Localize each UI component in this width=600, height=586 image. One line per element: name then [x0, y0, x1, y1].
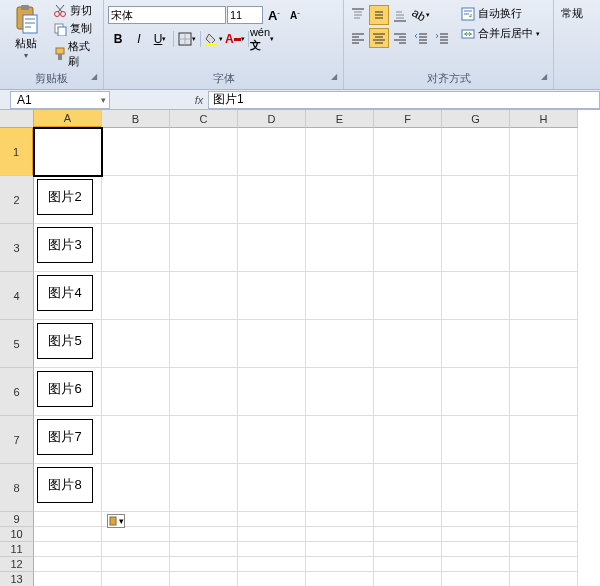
paste-button[interactable]: 粘贴 ▾: [4, 2, 48, 62]
format-painter-button[interactable]: 格式刷: [50, 38, 99, 70]
cell[interactable]: [102, 176, 170, 224]
text-box-shape[interactable]: 图片5: [37, 323, 93, 359]
cell[interactable]: [442, 527, 510, 542]
text-box-shape[interactable]: 图片8: [37, 467, 93, 503]
cell[interactable]: [34, 542, 102, 557]
cell[interactable]: [170, 527, 238, 542]
cell[interactable]: [510, 224, 578, 272]
cell[interactable]: [102, 557, 170, 572]
cell[interactable]: [170, 557, 238, 572]
wrap-text-button[interactable]: 自动换行: [458, 5, 543, 22]
dialog-launcher-icon[interactable]: ◢: [331, 72, 337, 81]
cell[interactable]: [442, 128, 510, 176]
text-box-shape[interactable]: 图片7: [37, 419, 93, 455]
cell[interactable]: [374, 557, 442, 572]
column-header[interactable]: H: [510, 110, 578, 128]
orientation-button[interactable]: ab▾: [411, 5, 431, 25]
cell[interactable]: [102, 464, 170, 512]
cell[interactable]: [34, 557, 102, 572]
cell[interactable]: [442, 272, 510, 320]
row-header[interactable]: 4: [0, 272, 34, 320]
increase-font-button[interactable]: Aˆ: [264, 5, 284, 25]
cell[interactable]: [442, 224, 510, 272]
cell[interactable]: [306, 224, 374, 272]
cell[interactable]: [442, 542, 510, 557]
cell[interactable]: [170, 224, 238, 272]
cell[interactable]: [510, 176, 578, 224]
paste-options-button[interactable]: ▾: [107, 514, 125, 528]
cell[interactable]: [510, 272, 578, 320]
cell[interactable]: [306, 272, 374, 320]
border-button[interactable]: ▾: [177, 29, 197, 49]
cell[interactable]: [102, 527, 170, 542]
row-header[interactable]: 6: [0, 368, 34, 416]
cell[interactable]: [170, 542, 238, 557]
phonetic-button[interactable]: wén文▾: [252, 29, 272, 49]
cell[interactable]: [374, 176, 442, 224]
text-box-shape[interactable]: 图片3: [37, 227, 93, 263]
cell[interactable]: [510, 512, 578, 527]
cell[interactable]: [442, 557, 510, 572]
cell[interactable]: [238, 272, 306, 320]
cell[interactable]: [306, 416, 374, 464]
cell[interactable]: [510, 368, 578, 416]
column-header[interactable]: G: [442, 110, 510, 128]
cell[interactable]: [238, 512, 306, 527]
cell[interactable]: [510, 320, 578, 368]
row-header[interactable]: 2: [0, 176, 34, 224]
cell[interactable]: [34, 128, 102, 176]
cell[interactable]: [102, 320, 170, 368]
cell[interactable]: [170, 464, 238, 512]
cell[interactable]: [306, 176, 374, 224]
cell[interactable]: [102, 272, 170, 320]
cell[interactable]: [238, 176, 306, 224]
cell[interactable]: [170, 512, 238, 527]
cell[interactable]: [34, 512, 102, 527]
row-header[interactable]: 1: [0, 128, 34, 176]
row-header[interactable]: 3: [0, 224, 34, 272]
cell[interactable]: [510, 572, 578, 586]
row-header[interactable]: 7: [0, 416, 34, 464]
cell[interactable]: [102, 572, 170, 586]
cell[interactable]: [510, 527, 578, 542]
align-left-button[interactable]: [348, 28, 368, 48]
cell[interactable]: [306, 464, 374, 512]
cell[interactable]: [306, 512, 374, 527]
cell[interactable]: [510, 464, 578, 512]
cell[interactable]: [374, 416, 442, 464]
italic-button[interactable]: I: [129, 29, 149, 49]
underline-button[interactable]: U▾: [150, 29, 170, 49]
font-size-select[interactable]: [227, 6, 263, 24]
cell[interactable]: [102, 368, 170, 416]
row-header[interactable]: 8: [0, 464, 34, 512]
decrease-font-button[interactable]: Aˇ: [285, 5, 305, 25]
cell[interactable]: [34, 572, 102, 586]
column-header[interactable]: E: [306, 110, 374, 128]
cell[interactable]: [170, 572, 238, 586]
cell[interactable]: [102, 542, 170, 557]
font-name-select[interactable]: [108, 6, 226, 24]
cell[interactable]: [238, 542, 306, 557]
cell[interactable]: [374, 464, 442, 512]
formula-input[interactable]: 图片1: [208, 91, 600, 109]
cell[interactable]: [238, 464, 306, 512]
cell[interactable]: [374, 512, 442, 527]
cell[interactable]: [170, 272, 238, 320]
cell[interactable]: [170, 320, 238, 368]
cell[interactable]: [102, 224, 170, 272]
align-center-button[interactable]: [369, 28, 389, 48]
cell[interactable]: [374, 542, 442, 557]
row-header[interactable]: 12: [0, 557, 34, 572]
cell[interactable]: [306, 542, 374, 557]
row-header[interactable]: 13: [0, 572, 34, 586]
cell[interactable]: [170, 368, 238, 416]
column-header[interactable]: A: [34, 110, 102, 128]
align-middle-button[interactable]: [369, 5, 389, 25]
fill-color-button[interactable]: ▾: [204, 29, 224, 49]
cell[interactable]: [238, 527, 306, 542]
cell[interactable]: [374, 572, 442, 586]
column-header[interactable]: D: [238, 110, 306, 128]
cell[interactable]: [510, 557, 578, 572]
merge-center-button[interactable]: 合并后居中▾: [458, 25, 543, 42]
cell[interactable]: [306, 368, 374, 416]
